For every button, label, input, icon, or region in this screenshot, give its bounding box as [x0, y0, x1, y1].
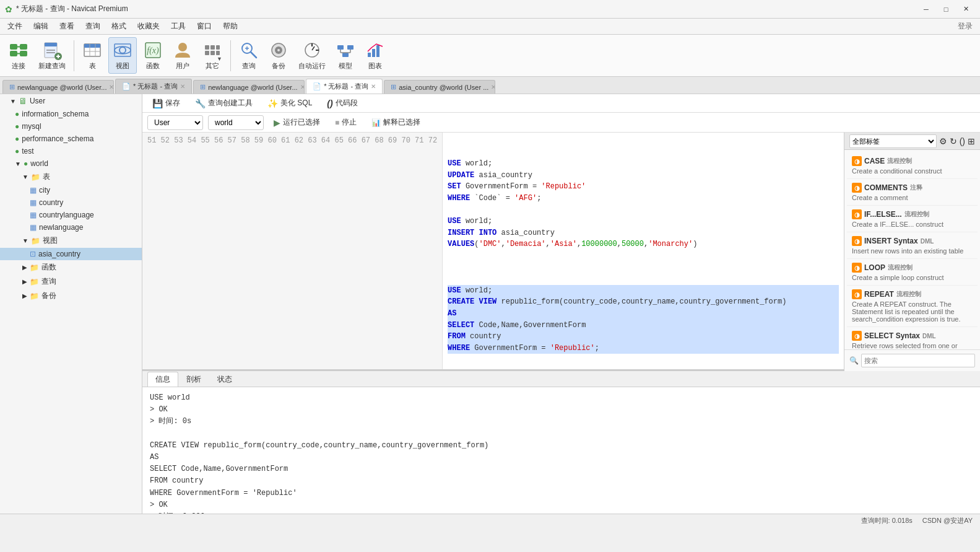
sidebar-group-functions[interactable]: ▶ 📁 函数 — [0, 260, 142, 274]
group-icon: 📁 — [31, 173, 40, 182]
snippet-desc: Create A REPEAT construct. The Statement… — [852, 300, 973, 323]
explain-button[interactable]: 📊 解释已选择 — [366, 115, 425, 129]
tool-new-query[interactable]: 新建查询 — [35, 38, 69, 73]
tab-asia-country[interactable]: ⊞ asia_country @world (User ... ✕ — [384, 80, 495, 94]
schema-select[interactable]: world — [208, 115, 264, 130]
secondary-toolbar: 💾 保存 🔧 查询创建工具 ✨ 美化 SQL () 代码段 — [142, 94, 980, 113]
tool-view[interactable]: 视图 — [108, 37, 137, 74]
svg-rect-4 — [20, 51, 27, 56]
tab-untitled-2[interactable]: 📄 * 无标题 - 查询 ✕ — [306, 79, 383, 94]
group-icon: 📁 — [30, 278, 39, 286]
refresh-icon[interactable]: ↻ — [950, 136, 957, 146]
menu-edit[interactable]: 编辑 — [28, 19, 53, 33]
model-label: 模型 — [339, 61, 352, 71]
sidebar-group-queries[interactable]: ▶ 📁 查询 — [0, 274, 142, 289]
snippet-icon: ◑ — [852, 156, 862, 166]
maximize-button[interactable]: □ — [937, 0, 955, 19]
tool-query[interactable]: 查询 — [235, 38, 262, 73]
stop-button[interactable]: ■ 停止 — [330, 115, 362, 129]
menu-file[interactable]: 文件 — [2, 19, 27, 33]
sidebar-db-information-schema[interactable]: ● information_schema — [0, 108, 142, 120]
snippet-item[interactable]: ◑ INSERT Syntax DML Insert new rows into… — [847, 232, 978, 259]
code-snippet-button[interactable]: () 代码段 — [322, 96, 362, 110]
snippet-item[interactable]: ◑ REPEAT 流程控制 Create A REPEAT construct.… — [847, 286, 978, 327]
snippet-item[interactable]: ◑ IF...ELSE... 流程控制 Create a IF...ELSE..… — [847, 206, 978, 232]
snippet-item[interactable]: ◑ CASE 流程控制 Create a conditional constru… — [847, 152, 978, 179]
sidebar-db-world[interactable]: ▼ ● world — [0, 157, 142, 170]
snippet-item[interactable]: ◑ SELECT Syntax DML Retrieve rows select… — [847, 327, 978, 349]
snippet-item[interactable]: ◑ COMMENTS 注释 Create a comment — [847, 179, 978, 206]
menu-tools[interactable]: 工具 — [166, 19, 191, 33]
svg-rect-3 — [10, 51, 17, 56]
sidebar-db-performance-schema[interactable]: ● performance_schema — [0, 133, 142, 145]
sidebar-db-mysql[interactable]: ● mysql — [0, 120, 142, 133]
tab-close-2[interactable]: ✕ — [180, 83, 185, 90]
sidebar-group-views[interactable]: ▼ 📁 视图 — [0, 234, 142, 248]
beautify-button[interactable]: ✨ 美化 SQL — [262, 96, 317, 110]
svg-rect-41 — [347, 45, 353, 50]
build-query-button[interactable]: 🔧 查询创建工具 — [190, 96, 258, 110]
tab-close-1[interactable]: ✕ — [109, 84, 114, 90]
tool-connect[interactable]: 连接 — [5, 38, 32, 73]
tool-backup[interactable]: 备份 — [265, 38, 292, 73]
tool-table[interactable]: 表 — [79, 38, 106, 73]
sidebar-table-newlanguage[interactable]: ▦ newlanguage — [0, 221, 142, 234]
tab-newlanguage-2[interactable]: ⊞ newlanguage @world (User... ✕ — [193, 80, 305, 94]
user-label: 用户 — [176, 61, 189, 71]
code-content[interactable]: USE world;UPDATE asia_countrySET Governm… — [443, 133, 844, 371]
tab-close-3[interactable]: ✕ — [300, 84, 305, 90]
stop-label: 停止 — [342, 117, 357, 128]
menu-format[interactable]: 格式 — [106, 19, 131, 33]
tool-user[interactable]: 用户 — [169, 38, 196, 73]
menu-window[interactable]: 窗口 — [192, 19, 217, 33]
db-select[interactable]: User — [147, 115, 203, 130]
menu-favorites[interactable]: 收藏夹 — [132, 19, 165, 33]
sidebar-table-countrylanguage[interactable]: ▦ countrylanguage — [0, 209, 142, 221]
expand-icon: ▼ — [10, 98, 16, 105]
tool-model[interactable]: 模型 — [332, 38, 359, 73]
close-button[interactable]: ✕ — [956, 0, 975, 19]
table-label: 表 — [89, 61, 96, 71]
tool-function[interactable]: f(x) 函数 — [139, 38, 167, 73]
title-bar: ✿ * 无标题 - 查询 - Navicat Premium ─ □ ✕ — [0, 0, 980, 19]
run-selected-button[interactable]: ▶ 运行已选择 — [269, 115, 325, 129]
editor-inner: 51 52 53 54 55 56 57 58 59 60 61 62 63 6… — [142, 133, 844, 371]
group-label: 视图 — [43, 235, 58, 246]
grid-icon[interactable]: ⊞ — [968, 136, 975, 146]
tab-newlanguage-1[interactable]: ⊞ newlanguage @world (User... ✕ — [2, 80, 114, 94]
tab-label: newlanguage @world (User... — [208, 84, 297, 91]
tab-untitled-1[interactable]: 📄 * 无标题 - 查询 ✕ — [115, 79, 192, 94]
sidebar-group-tables[interactable]: ▼ 📁 表 — [0, 170, 142, 184]
snippet-tag: 流程控制 — [887, 157, 912, 165]
snippet-item[interactable]: ◑ LOOP 流程控制 Create a simple loop constru… — [847, 259, 978, 286]
snippet-search-input[interactable] — [861, 354, 975, 367]
tab-close-5[interactable]: ✕ — [491, 84, 495, 90]
minimize-button[interactable]: ─ — [917, 0, 935, 19]
tool-auto-run[interactable]: 自动运行 — [295, 38, 329, 73]
snippet-category-select[interactable]: 全部标签 — [849, 134, 937, 148]
svg-rect-26 — [216, 45, 220, 50]
tab-close-4[interactable]: ✕ — [371, 83, 376, 90]
function-icon: f(x) — [143, 40, 163, 60]
group-label: 查询 — [41, 276, 56, 287]
save-button[interactable]: 💾 保存 — [147, 96, 185, 110]
sidebar-group-backups[interactable]: ▶ 📁 备份 — [0, 289, 142, 303]
settings-icon[interactable]: ⚙ — [939, 136, 947, 146]
sidebar-db-test[interactable]: ● test — [0, 145, 142, 157]
menu-query[interactable]: 查询 — [80, 19, 105, 33]
view-icon — [113, 40, 132, 60]
tab-status[interactable]: 状态 — [209, 372, 240, 387]
tab-profile[interactable]: 剖析 — [178, 372, 209, 387]
tool-chart[interactable]: 图表 — [362, 38, 389, 73]
menu-view[interactable]: 查看 — [54, 19, 79, 33]
tool-other[interactable]: 其它 ▼ — [199, 38, 226, 73]
sidebar-view-asia-country[interactable]: ⊡ asia_country — [0, 248, 142, 260]
sidebar-table-country[interactable]: ▦ country — [0, 196, 142, 209]
sidebar-user-connection[interactable]: ▼ 🖥 User — [0, 94, 142, 108]
sidebar-table-city[interactable]: ▦ city — [0, 184, 142, 196]
tab-info[interactable]: 信息 — [147, 372, 178, 387]
db-label: performance_schema — [22, 134, 93, 143]
login-link[interactable]: 登录 — [953, 19, 978, 33]
menu-help[interactable]: 帮助 — [218, 19, 243, 33]
code-editor[interactable]: 51 52 53 54 55 56 57 58 59 60 61 62 63 6… — [142, 133, 844, 371]
